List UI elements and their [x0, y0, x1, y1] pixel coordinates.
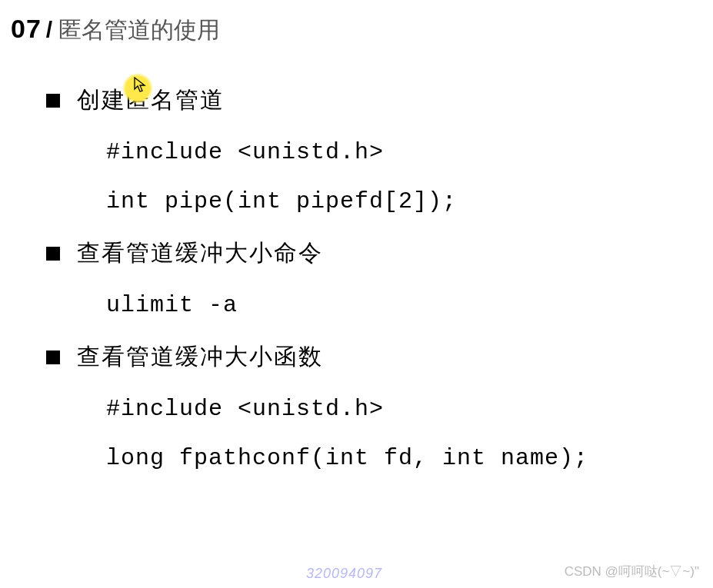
- section-heading: 查看管道缓冲大小函数: [77, 341, 323, 373]
- code-line: #include <unistd.h>: [106, 396, 713, 422]
- section-buffer-func: 查看管道缓冲大小函数 #include <unistd.h> long fpat…: [46, 341, 713, 471]
- header-slash: /: [46, 17, 52, 43]
- section-buffer-cmd: 查看管道缓冲大小命令 ulimit -a: [46, 238, 713, 318]
- bullet-square-icon: [46, 94, 60, 108]
- bullet-square-icon: [46, 247, 60, 261]
- slide-content: 创建匿名管道 #include <unistd.h> int pipe(int …: [0, 46, 713, 471]
- bullet-row: 查看管道缓冲大小命令: [46, 238, 713, 269]
- slide-title: 匿名管道的使用: [58, 15, 220, 46]
- code-line: #include <unistd.h>: [106, 139, 713, 165]
- code-line: ulimit -a: [106, 292, 713, 318]
- code-line: long fpathconf(int fd, int name);: [106, 445, 713, 471]
- cursor-arrow-icon: [134, 77, 148, 94]
- code-line: int pipe(int pipefd[2]);: [106, 188, 713, 214]
- bullet-row: 查看管道缓冲大小函数: [46, 341, 713, 373]
- section-heading: 查看管道缓冲大小命令: [77, 238, 323, 269]
- watermark-number: 320094097: [306, 566, 382, 582]
- slide-header: 07 / 匿名管道的使用: [0, 0, 713, 46]
- watermark-csdn: CSDN @呵呵哒(~▽~)": [565, 563, 699, 580]
- page-number: 07: [11, 14, 42, 44]
- bullet-square-icon: [46, 350, 60, 364]
- section-create-pipe: 创建匿名管道 #include <unistd.h> int pipe(int …: [46, 85, 713, 214]
